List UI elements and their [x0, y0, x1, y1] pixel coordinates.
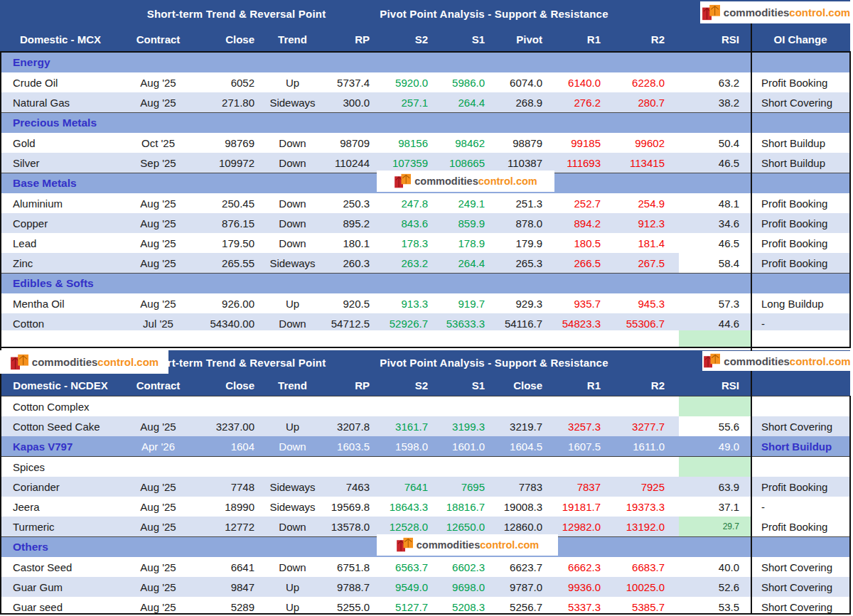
- section-oi-cell: [751, 113, 849, 133]
- band-title-right: Pivot Point Analysis - Support & Resista…: [377, 350, 611, 375]
- cell-pivot: 98879: [492, 133, 549, 153]
- cell-close: 250.45: [195, 193, 262, 213]
- cell-r2: 280.7: [608, 92, 679, 112]
- section-oi-cell: [751, 274, 849, 293]
- column-header-close: Close: [492, 375, 549, 396]
- cell-rp: 19569.8: [323, 497, 377, 517]
- cell-close: 6052: [195, 72, 262, 92]
- cell-rp: 300.0: [323, 92, 377, 112]
- cell-rp: 5737.4: [323, 72, 377, 92]
- cell-s2: 1598.0: [377, 436, 435, 456]
- cell-rp: 13578.0: [323, 517, 377, 536]
- section-oi-cell: [751, 537, 849, 557]
- cell-rsi: 46.5: [679, 233, 751, 253]
- cell-r2: 6228.0: [608, 72, 679, 92]
- cell-rsi: 55.6: [679, 416, 751, 436]
- cell-oi-change: Profit Booking: [751, 233, 849, 253]
- column-header-domestic-mcx: Domestic - MCX: [0, 27, 121, 52]
- cell-contract: Aug '25: [121, 416, 195, 436]
- cell-s2: 7641: [377, 477, 435, 497]
- commodity-name: Guar Gum: [0, 577, 121, 597]
- section-row-spices: Spices: [0, 456, 850, 477]
- spacer-cell: [0, 330, 679, 347]
- section-rsi-cell: [679, 113, 751, 133]
- cell-r1: 6662.3: [549, 557, 608, 577]
- table-row-crude-oil: Crude OilAug '256052Up5737.45920.05986.0…: [0, 72, 850, 92]
- cell-trend: Down: [262, 133, 323, 153]
- cell-rp: 180.1: [323, 233, 377, 253]
- cell-r1: 3257.3: [549, 416, 608, 436]
- cell-pivot: 268.9: [492, 92, 549, 112]
- column-header-r2: R2: [608, 27, 679, 52]
- column-header-s1: S1: [435, 375, 492, 396]
- cell-s2: 843.6: [377, 213, 435, 233]
- cell-r1: 12982.0: [549, 517, 608, 536]
- cell-r1: 7837: [549, 477, 608, 497]
- column-header-contract: Contract: [121, 27, 195, 52]
- cell-rp: 250.3: [323, 193, 377, 213]
- cell-s2: 5920.0: [377, 72, 435, 92]
- cell-rsi: 52.6: [679, 577, 751, 597]
- table-row-turmeric: TurmericAug '2512772Down13578.012528.012…: [0, 517, 850, 536]
- column-header-oi-change: OI Change: [751, 27, 849, 52]
- table-row-zinc: ZincAug '25265.55Sideways260.3263.2264.4…: [0, 253, 850, 273]
- cell-s1: 18816.7: [435, 497, 492, 517]
- section-row-energy: Energy: [0, 52, 850, 72]
- rsi-green-cell: [679, 330, 751, 347]
- cell-trend: Sideways: [262, 253, 323, 273]
- cell-oi-change: Profit Booking: [751, 72, 849, 92]
- section-row-cotton-complex: Cotton Complex: [0, 396, 850, 416]
- table-right-border: [849, 396, 851, 615]
- table-row-kapas-v797: Kapas V797Apr '261604Down1603.51598.0160…: [0, 436, 850, 456]
- column-header-oi-change: [751, 375, 849, 396]
- section-oi-cell: [751, 396, 849, 416]
- cell-trend: Sideways: [262, 92, 323, 112]
- cell-r1: 111693: [549, 153, 608, 173]
- cell-close: 9787.0: [492, 577, 549, 597]
- cell-trend: Up: [262, 416, 323, 436]
- cell-s2: 913.3: [377, 293, 435, 313]
- cell-r1: 252.7: [549, 193, 608, 213]
- cell-r2: 912.3: [608, 213, 679, 233]
- cell-rsi: 48.1: [679, 193, 751, 213]
- column-header-r2: R2: [608, 375, 679, 396]
- cell-oi-change: Short Covering: [751, 92, 849, 112]
- table-row-mentha-oil: Mentha OilAug '25926.00Up920.5913.3919.7…: [0, 293, 850, 313]
- column-header-pivot: Pivot: [492, 27, 549, 52]
- cell-rp: 6751.8: [323, 557, 377, 577]
- cell-rsi: 57.3: [679, 293, 751, 313]
- commoditiescontrol-logo: commoditiescontrol.com: [0, 350, 168, 374]
- commoditiescontrol-logo: commoditiescontrol.com: [702, 351, 852, 371]
- cell-s2: 3161.7: [377, 416, 435, 436]
- table-row-silver: SilverSep '25109972Down11024410735910866…: [0, 153, 850, 173]
- logo-mark-icon: [396, 537, 414, 553]
- column-header-trend: Trend: [262, 27, 323, 52]
- section-rsi-cell: [679, 173, 751, 193]
- cell-trend: Up: [262, 293, 323, 313]
- section-rsi-cell: [679, 53, 751, 72]
- commodity-name: Gold: [0, 133, 121, 153]
- section-oi-cell: [751, 173, 849, 193]
- cell-trend: Down: [262, 233, 323, 253]
- cell-oi-change: Profit Booking: [751, 213, 849, 233]
- cell-r2: 254.9: [608, 193, 679, 213]
- cell-rsi: 37.1: [679, 497, 751, 517]
- logo-mark-icon: [702, 4, 721, 21]
- cell-s1: 249.1: [435, 193, 492, 213]
- cell-r1: 266.5: [549, 253, 608, 273]
- cell-r2: 3277.7: [608, 416, 679, 436]
- section-oi-cell: [751, 457, 849, 477]
- cell-r2: 19373.3: [608, 497, 679, 517]
- cell-pivot: 878.0: [492, 213, 549, 233]
- cell-pivot: 179.9: [492, 233, 549, 253]
- cell-s1: 9698.0: [435, 577, 492, 597]
- cell-close: 19008.3: [492, 497, 549, 517]
- cell-rp: 1603.5: [323, 436, 377, 456]
- spacer-row: [0, 330, 850, 347]
- logo-mark-icon: [394, 173, 412, 189]
- cell-contract: Aug '25: [121, 193, 195, 213]
- logo-text: commodities: [724, 6, 790, 18]
- cell-oi-change: Profit Booking: [751, 193, 849, 213]
- cell-s2: 257.1: [377, 92, 435, 112]
- cell-oi: Short Covering: [751, 557, 849, 577]
